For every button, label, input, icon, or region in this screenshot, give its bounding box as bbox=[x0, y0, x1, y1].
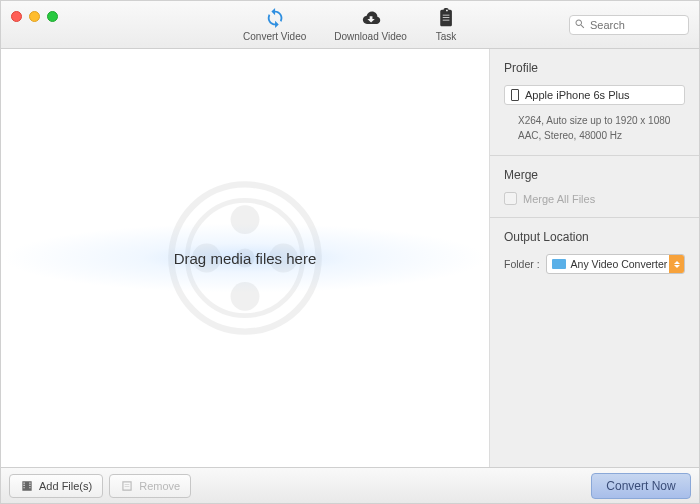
merge-checkbox-label: Merge All Files bbox=[523, 193, 595, 205]
titlebar: Convert Video Download Video Task bbox=[1, 1, 699, 49]
convert-video-tab[interactable]: Convert Video bbox=[243, 7, 306, 42]
remove-label: Remove bbox=[139, 480, 180, 492]
close-window-button[interactable] bbox=[11, 11, 22, 22]
task-label: Task bbox=[436, 31, 457, 42]
clipboard-icon bbox=[435, 7, 457, 29]
phone-icon bbox=[511, 89, 519, 101]
content-area: Drag media files here Profile Apple iPho… bbox=[1, 49, 699, 467]
profile-detail-video: X264, Auto size up to 1920 x 1080 bbox=[518, 113, 681, 128]
film-icon bbox=[20, 479, 34, 493]
profile-section-title: Profile bbox=[504, 61, 685, 75]
task-tab[interactable]: Task bbox=[435, 7, 457, 42]
remove-icon bbox=[120, 479, 134, 493]
refresh-icon bbox=[264, 7, 286, 29]
folder-icon bbox=[552, 259, 566, 269]
profile-detail-audio: AAC, Stereo, 48000 Hz bbox=[518, 128, 681, 143]
download-video-tab[interactable]: Download Video bbox=[334, 7, 407, 42]
stepper-arrows-icon bbox=[669, 255, 684, 273]
convert-now-button[interactable]: Convert Now bbox=[591, 473, 691, 499]
zoom-window-button[interactable] bbox=[47, 11, 58, 22]
output-folder-name: Any Video Converter bbox=[571, 258, 669, 270]
cloud-download-icon bbox=[360, 7, 382, 29]
download-video-label: Download Video bbox=[334, 31, 407, 42]
bottom-toolbar: Add File(s) Remove Convert Now bbox=[1, 467, 699, 503]
search-input[interactable] bbox=[569, 15, 689, 35]
divider bbox=[490, 217, 699, 218]
sidebar: Profile Apple iPhone 6s Plus X264, Auto … bbox=[489, 49, 699, 467]
toolbar: Convert Video Download Video Task bbox=[243, 7, 457, 42]
output-folder-label: Folder : bbox=[504, 258, 540, 270]
drop-zone-text: Drag media files here bbox=[174, 250, 317, 267]
convert-video-label: Convert Video bbox=[243, 31, 306, 42]
add-files-button[interactable]: Add File(s) bbox=[9, 474, 103, 498]
search-icon bbox=[574, 18, 586, 30]
output-section-title: Output Location bbox=[504, 230, 685, 244]
add-files-label: Add File(s) bbox=[39, 480, 92, 492]
drop-zone[interactable]: Drag media files here bbox=[1, 49, 489, 467]
merge-checkbox-input[interactable] bbox=[504, 192, 517, 205]
profile-device-name: Apple iPhone 6s Plus bbox=[525, 89, 630, 101]
remove-button[interactable]: Remove bbox=[109, 474, 191, 498]
profile-details: X264, Auto size up to 1920 x 1080 AAC, S… bbox=[504, 105, 685, 143]
output-folder-selector[interactable]: Any Video Converter bbox=[546, 254, 685, 274]
minimize-window-button[interactable] bbox=[29, 11, 40, 22]
convert-now-label: Convert Now bbox=[606, 479, 675, 493]
window-controls bbox=[11, 11, 58, 22]
profile-device-selector[interactable]: Apple iPhone 6s Plus bbox=[504, 85, 685, 105]
search-field[interactable] bbox=[569, 15, 689, 35]
merge-all-files-checkbox[interactable]: Merge All Files bbox=[504, 192, 685, 205]
merge-section-title: Merge bbox=[504, 168, 685, 182]
divider bbox=[490, 155, 699, 156]
